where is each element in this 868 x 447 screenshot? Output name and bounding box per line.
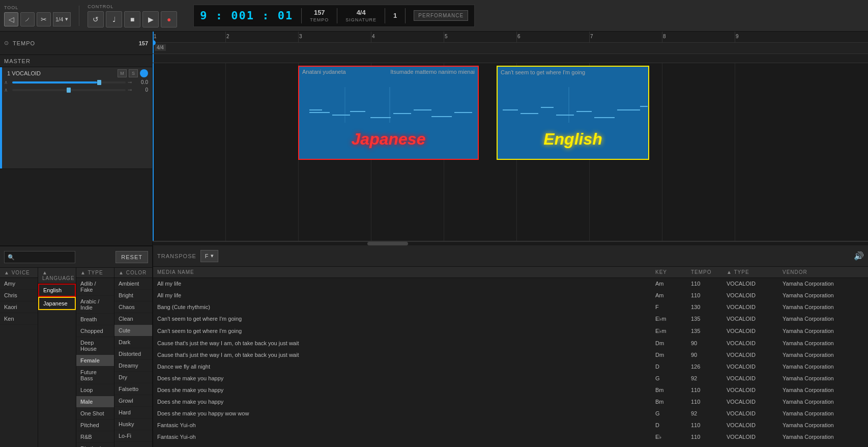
ruler-line-6 bbox=[516, 32, 517, 42]
time-sig-badge: 4/4 bbox=[155, 44, 166, 51]
type-item-male[interactable]: Male bbox=[76, 396, 114, 408]
color-item-chaos[interactable]: Chaos bbox=[114, 301, 152, 313]
grid-v-8 bbox=[662, 63, 662, 241]
ruler-mark-9: 9 bbox=[736, 34, 739, 39]
media-row[interactable]: Can't seem to get where I'm going E♭m 13… bbox=[153, 313, 868, 325]
clip-english[interactable]: Can't seem to get where I'm going bbox=[497, 66, 649, 160]
ruler-mark-8: 8 bbox=[663, 34, 666, 39]
media-row[interactable]: Fantasic Yui-oh D 110 VOCALOID Yamaha Co… bbox=[153, 420, 868, 431]
media-row-vendor: Yamaha Corporation bbox=[783, 328, 864, 334]
scissors-tool-btn[interactable]: ✂ bbox=[37, 12, 51, 26]
color-item-bright[interactable]: Bright bbox=[114, 290, 152, 301]
media-row-key: E♭m bbox=[655, 328, 691, 334]
speaker-btn[interactable]: 🔊 bbox=[854, 251, 864, 261]
media-row[interactable]: Cause that's just the way I am, oh take … bbox=[153, 349, 868, 361]
media-row-vendor: Yamaha Corporation bbox=[783, 364, 864, 370]
track-empty-space bbox=[0, 169, 152, 245]
color-item-lofi[interactable]: Lo-Fi bbox=[114, 430, 152, 442]
track-color-dot[interactable] bbox=[140, 69, 148, 77]
type-item-breath[interactable]: Breath bbox=[76, 314, 114, 325]
track-color-bar bbox=[0, 67, 2, 169]
media-row-tempo: 90 bbox=[691, 352, 727, 358]
language-item-japanese[interactable]: Japanese bbox=[38, 297, 76, 310]
color-item-ambient[interactable]: Ambient bbox=[114, 278, 152, 290]
time-divider-4 bbox=[405, 8, 406, 23]
language-col-header: ▲ LANGUAGE bbox=[38, 268, 76, 284]
clip-japanese[interactable]: Anatani yudaneta Itsumade mattemo nanimo… bbox=[298, 66, 479, 160]
type-item-adlib[interactable]: Adlib / Fake bbox=[76, 278, 114, 296]
ruler-line-4 bbox=[371, 32, 371, 42]
beat-value: 1 bbox=[393, 12, 397, 19]
color-item-distorted[interactable]: Distorted bbox=[114, 348, 152, 360]
type-item-oneshot[interactable]: One Shot bbox=[76, 408, 114, 420]
time-counter: 9 : 001 : 01 bbox=[200, 9, 293, 22]
media-row-type: VOCALOID bbox=[727, 304, 783, 310]
loop-btn[interactable]: ↺ bbox=[88, 11, 104, 27]
media-row-name: Fantasic Yui-oh bbox=[157, 434, 655, 440]
play-btn[interactable]: ▶ bbox=[142, 11, 159, 27]
reset-btn[interactable]: RESET bbox=[115, 251, 148, 263]
type-item-rnb[interactable]: R&B bbox=[76, 431, 114, 443]
media-row-key: Bm bbox=[655, 387, 691, 393]
type-item-pitched[interactable]: Pitched bbox=[76, 420, 114, 431]
media-row-vendor: Yamaha Corporation bbox=[783, 304, 864, 310]
pencil-tool-btn[interactable]: ⟋ bbox=[20, 12, 35, 26]
color-item-dark[interactable]: Dark bbox=[114, 337, 152, 348]
media-row[interactable]: All my life Am 110 VOCALOID Yamaha Corpo… bbox=[153, 290, 868, 301]
pan-slider[interactable] bbox=[12, 89, 126, 91]
color-item-husky[interactable]: Husky bbox=[114, 418, 152, 430]
mute-btn[interactable]: M bbox=[118, 69, 127, 77]
media-row-vendor: Yamaha Corporation bbox=[783, 316, 864, 322]
metronome-btn[interactable]: ♩ bbox=[106, 11, 122, 27]
media-row[interactable]: Cause that's just the way I am, oh take … bbox=[153, 338, 868, 349]
voice-item-amy[interactable]: Amy bbox=[0, 278, 38, 290]
arrange-scrollbar[interactable] bbox=[153, 241, 868, 245]
search-input[interactable] bbox=[4, 251, 75, 263]
media-row-key: D bbox=[655, 364, 691, 370]
arrange-scrollbar-thumb[interactable] bbox=[367, 242, 408, 245]
color-item-hard[interactable]: Hard bbox=[114, 407, 152, 418]
media-row[interactable]: Does she make you happy G 92 VOCALOID Ya… bbox=[153, 373, 868, 384]
type-item-deephouse[interactable]: Deep House bbox=[76, 337, 114, 355]
type-item-futurebass[interactable]: Future Bass bbox=[76, 367, 114, 384]
volume-slider[interactable] bbox=[12, 81, 126, 83]
color-item-falsetto[interactable]: Falsetto bbox=[114, 383, 152, 395]
type-item-rhythmic[interactable]: Rhythmic Phrase bbox=[76, 443, 114, 447]
record-btn[interactable]: ● bbox=[161, 11, 177, 27]
select-tool-btn[interactable]: ◁ bbox=[4, 12, 18, 26]
pan-down-icon: ∧ bbox=[4, 87, 10, 93]
language-column: ▲ LANGUAGE English Japanese bbox=[38, 268, 76, 447]
tempo-track-label: TEMPO bbox=[13, 40, 135, 46]
media-row[interactable]: Does she make you happy Bm 110 VOCALOID … bbox=[153, 384, 868, 396]
japanese-notes-svg bbox=[299, 82, 478, 128]
type-item-loop[interactable]: Loop bbox=[76, 384, 114, 396]
media-row[interactable]: Bang (Cute rhythmic) F 130 VOCALOID Yama… bbox=[153, 301, 868, 313]
transpose-select[interactable]: F ▾ bbox=[200, 250, 218, 262]
fraction-select[interactable]: 1/4 ▾ bbox=[53, 12, 71, 26]
color-item-clean[interactable]: Clean bbox=[114, 313, 152, 325]
media-row[interactable]: Does she make you happy Bm 110 VOCALOID … bbox=[153, 396, 868, 408]
color-item-dreamy[interactable]: Dreamy bbox=[114, 360, 152, 372]
beat-meta: 1 bbox=[393, 12, 397, 19]
stop-btn[interactable]: ■ bbox=[124, 11, 140, 27]
color-item-growl[interactable]: Growl bbox=[114, 395, 152, 407]
media-row[interactable]: All my life Am 110 VOCALOID Yamaha Corpo… bbox=[153, 278, 868, 290]
voice-item-ken[interactable]: Ken bbox=[0, 313, 38, 325]
voice-item-chris[interactable]: Chris bbox=[0, 290, 38, 301]
type-item-chopped[interactable]: Chopped bbox=[76, 325, 114, 337]
tempo-value: 157 bbox=[314, 9, 325, 16]
media-row-name: Does she make you happy bbox=[157, 387, 655, 393]
type-item-arabic[interactable]: Arabic / Indie bbox=[76, 296, 114, 314]
color-item-cute[interactable]: Cute bbox=[114, 325, 152, 337]
media-row[interactable]: Dance we fly all night D 126 VOCALOID Ya… bbox=[153, 361, 868, 373]
language-item-english[interactable]: English bbox=[38, 284, 76, 297]
voice-item-kaori[interactable]: Kaori bbox=[0, 301, 38, 313]
clip-english-label: Can't seem to get where I'm going bbox=[501, 69, 585, 75]
type-item-female[interactable]: Female bbox=[76, 355, 114, 367]
media-row-name: Does she make you happy bbox=[157, 375, 655, 381]
media-row[interactable]: Does she make you happy wow wow G 92 VOC… bbox=[153, 408, 868, 420]
media-row[interactable]: Fantasic Yui-oh E♭ 110 VOCALOID Yamaha C… bbox=[153, 431, 868, 443]
color-item-dry[interactable]: Dry bbox=[114, 372, 152, 383]
media-row[interactable]: Can't seem to get where I'm going E♭m 13… bbox=[153, 325, 868, 338]
solo-btn[interactable]: S bbox=[129, 69, 138, 77]
